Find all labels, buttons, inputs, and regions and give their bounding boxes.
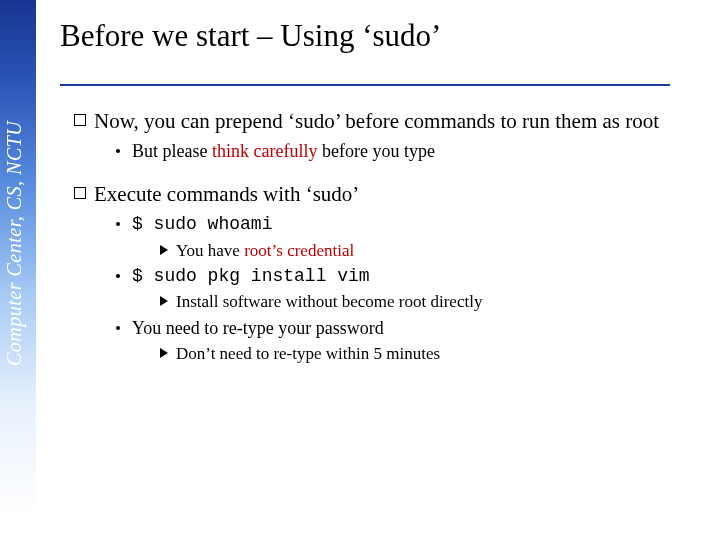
- triangle-bullet-icon: [160, 245, 168, 255]
- prompt: $: [132, 266, 154, 286]
- bullet-1: Now, you can prepend ‘sudo’ before comma…: [60, 108, 700, 134]
- note-text: You have root’s credential: [176, 240, 354, 261]
- triangle-bullet-icon: [160, 348, 168, 358]
- triangle-bullet-icon: [160, 296, 168, 306]
- command: sudo pkg install vim: [154, 266, 370, 286]
- bullet-1-text: Now, you can prepend ‘sudo’ before comma…: [94, 108, 700, 134]
- dot-bullet-icon: [116, 326, 120, 330]
- dot-bullet-icon: [116, 274, 120, 278]
- slide: Computer Center, CS, NCTU 8 Before we st…: [0, 0, 720, 540]
- bullet-2-sub-3: You need to re-type your password: [60, 317, 700, 340]
- slide-title: Before we start – Using ‘sudo’: [60, 18, 700, 54]
- dot-bullet-icon: [116, 222, 120, 226]
- bullet-2-sub-1: $ sudo whoami: [60, 213, 700, 236]
- slide-body: Now, you can prepend ‘sudo’ before comma…: [60, 108, 700, 364]
- bullet-2-sub-2: $ sudo pkg install vim: [60, 265, 700, 288]
- title-underline: [60, 84, 670, 86]
- text-frag: But please: [132, 141, 212, 161]
- command: sudo whoami: [154, 214, 273, 234]
- text-emphasis: root’s credential: [244, 241, 354, 260]
- bullet-2-sub-3-text: You need to re-type your password: [132, 317, 384, 340]
- bullet-2-sub-2-note: Install software without become root dir…: [60, 291, 700, 312]
- note-text: Install software without become root dir…: [176, 291, 482, 312]
- square-bullet-icon: [74, 114, 86, 126]
- bullet-2-sub-1-note: You have root’s credential: [60, 240, 700, 261]
- bullet-2: Execute commands with ‘sudo’: [60, 181, 700, 207]
- bullet-2-sub-3-note: Don’t need to re-type within 5 minutes: [60, 343, 700, 364]
- text-emphasis: think carefully: [212, 141, 317, 161]
- sidebar: Computer Center, CS, NCTU 8: [0, 0, 36, 540]
- note-text: Don’t need to re-type within 5 minutes: [176, 343, 440, 364]
- sidebar-label: Computer Center, CS, NCTU: [3, 6, 33, 366]
- bullet-1-sub-1-text: But please think carefully before you ty…: [132, 140, 435, 163]
- content-area: Before we start – Using ‘sudo’ Now, you …: [60, 0, 700, 540]
- bullet-1-sub-1: But please think carefully before you ty…: [60, 140, 700, 163]
- command-text: $ sudo pkg install vim: [132, 265, 370, 288]
- dot-bullet-icon: [116, 149, 120, 153]
- text-frag: before you type: [317, 141, 434, 161]
- bullet-2-text: Execute commands with ‘sudo’: [94, 181, 700, 207]
- prompt: $: [132, 214, 154, 234]
- page-number: 8: [0, 508, 36, 524]
- square-bullet-icon: [74, 187, 86, 199]
- command-text: $ sudo whoami: [132, 213, 272, 236]
- text-frag: You have: [176, 241, 244, 260]
